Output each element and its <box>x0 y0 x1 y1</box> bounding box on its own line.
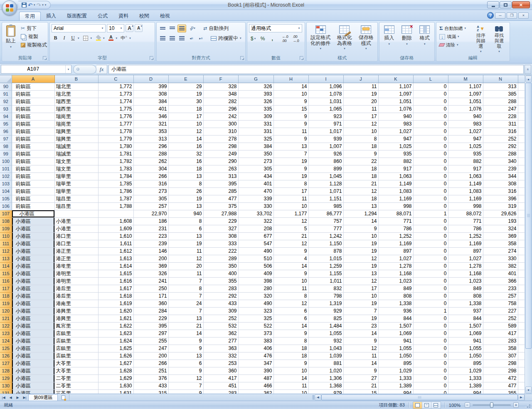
cell-G127[interactable]: 347 <box>238 360 273 367</box>
cell-F102[interactable]: 313 <box>203 172 238 180</box>
scroll-right-icon[interactable]: ▶ <box>518 394 525 400</box>
cell-I109[interactable]: 777 <box>308 225 343 232</box>
cell-K117[interactable]: 849 <box>378 285 413 292</box>
cell-E113[interactable]: 12 <box>168 255 203 262</box>
cell-G102[interactable]: 434 <box>238 172 273 180</box>
cell-B109[interactable]: 小港里 <box>54 225 98 232</box>
cell-L125[interactable]: 0 <box>413 345 448 352</box>
column-header-B[interactable]: B <box>54 75 98 83</box>
cell-H129[interactable]: 14 <box>273 375 308 382</box>
cell-N107[interactable]: 29,626 <box>483 210 518 217</box>
wrap-text-button[interactable]: ⇄自動換列 <box>202 24 230 32</box>
cell-I99[interactable]: 926 <box>308 150 343 158</box>
cell-G99[interactable]: 350 <box>238 150 273 158</box>
cell-J116[interactable]: 12 <box>343 277 378 285</box>
column-header-N[interactable]: N <box>483 75 518 83</box>
cell-B131[interactable]: 三苓里 <box>54 389 98 394</box>
cell-B130[interactable]: 二苓里 <box>54 382 98 389</box>
cell-F123[interactable]: 362 <box>203 330 238 337</box>
cell-N106[interactable]: 319 <box>483 202 518 210</box>
row-header-90[interactable]: 90 <box>0 83 12 90</box>
increase-decimal-button[interactable]: ←.0.00 <box>280 34 290 42</box>
cell-D116[interactable]: 241 <box>133 277 168 285</box>
format-as-table-button[interactable]: 格式化為表格▾ <box>334 24 355 52</box>
cell-N129[interactable]: 472 <box>483 375 518 382</box>
cell-F130[interactable]: 451 <box>203 382 238 389</box>
cell-F113[interactable]: 289 <box>203 255 238 262</box>
cell-G128[interactable]: 390 <box>238 367 273 375</box>
accounting-format-button[interactable]: $▾ <box>249 34 257 42</box>
cell-G95[interactable]: 331 <box>238 120 273 128</box>
zoom-slider-thumb[interactable] <box>490 402 493 408</box>
cell-E112[interactable]: 11 <box>168 247 203 255</box>
row-header-108[interactable]: 108 <box>0 217 12 225</box>
cell-A131[interactable]: 小港區 <box>12 389 54 394</box>
cell-A108[interactable]: 小港區 <box>12 217 54 225</box>
cell-C100[interactable]: 1,782 <box>98 158 133 165</box>
cell-D127[interactable]: 266 <box>133 360 168 367</box>
cell-L100[interactable]: 0 <box>413 158 448 165</box>
cell-L102[interactable]: 0 <box>413 172 448 180</box>
row-header-104[interactable]: 104 <box>0 187 12 195</box>
cell-F96[interactable]: 310 <box>203 128 238 135</box>
cell-K128[interactable]: 1,029 <box>378 367 413 375</box>
clipboard-dialog-launcher-icon[interactable] <box>43 56 47 60</box>
help-button[interactable]: ? <box>487 12 494 19</box>
cell-M94[interactable]: 940 <box>448 113 483 120</box>
fill-button[interactable]: ↓填滿▾ <box>438 32 471 41</box>
cell-E118[interactable]: 7 <box>168 292 203 300</box>
cell-E106[interactable]: 13 <box>168 202 203 210</box>
cell-E129[interactable]: 12 <box>168 375 203 382</box>
cell-E104[interactable]: 26 <box>168 187 203 195</box>
cell-N94[interactable]: 228 <box>483 113 518 120</box>
column-header-A[interactable]: A <box>12 75 54 83</box>
cell-H96[interactable]: 11 <box>273 128 308 135</box>
cell-B121[interactable]: 港興里 <box>54 315 98 322</box>
cell-N99[interactable]: 288 <box>483 150 518 158</box>
cell-I113[interactable]: 1,015 <box>308 255 343 262</box>
cell-I115[interactable]: 1,155 <box>308 270 343 277</box>
cut-button[interactable]: ✂剪下 <box>20 24 48 32</box>
cell-B117[interactable]: 港后里 <box>54 285 98 292</box>
cell-A112[interactable]: 小港區 <box>12 247 54 255</box>
cell-E120[interactable]: 7 <box>168 307 203 315</box>
cell-L124[interactable]: 0 <box>413 337 448 345</box>
row-header-124[interactable]: 124 <box>0 337 12 345</box>
cell-L130[interactable]: 0 <box>413 382 448 389</box>
cell-E124[interactable]: 9 <box>168 337 203 345</box>
cell-I124[interactable]: 932 <box>308 337 343 345</box>
cell-L99[interactable]: 0 <box>413 150 448 158</box>
cell-styles-button[interactable]: 儲存格樣式▾ <box>357 24 376 52</box>
cell-F95[interactable]: 300 <box>203 120 238 128</box>
format-cells-button[interactable]: 格式▾ <box>417 24 432 47</box>
cell-A120[interactable]: 小港區 <box>12 307 54 315</box>
align-center-button[interactable] <box>168 34 177 42</box>
cell-C129[interactable]: 1,629 <box>98 375 133 382</box>
cell-A130[interactable]: 小港區 <box>12 382 54 389</box>
cell-J92[interactable]: 20 <box>343 98 378 105</box>
cell-A124[interactable]: 小港區 <box>12 337 54 345</box>
select-all-button[interactable] <box>0 75 12 83</box>
cell-N124[interactable]: 283 <box>483 337 518 345</box>
cell-I108[interactable]: 757 <box>308 217 343 225</box>
font-family-select[interactable]: Arial▾ <box>52 24 106 32</box>
cell-L126[interactable]: 0 <box>413 352 448 360</box>
cell-D92[interactable]: 384 <box>133 98 168 105</box>
vertical-scrollbar[interactable]: ▲ ▼ <box>525 75 532 394</box>
cell-G111[interactable]: 547 <box>238 240 273 247</box>
conditional-formatting-button[interactable]: 設定格式化的條件▾ <box>308 24 332 52</box>
cell-H90[interactable]: 14 <box>273 83 308 90</box>
cell-A119[interactable]: 小港區 <box>12 300 54 307</box>
cell-E92[interactable]: 30 <box>168 98 203 105</box>
cell-D95[interactable]: 321 <box>133 120 168 128</box>
cell-A104[interactable]: 前鎮區 <box>12 187 54 195</box>
cell-K116[interactable]: 1,023 <box>378 277 413 285</box>
cell-I116[interactable]: 1,011 <box>308 277 343 285</box>
cell-K118[interactable]: 808 <box>378 292 413 300</box>
row-header-97[interactable]: 97 <box>0 135 12 143</box>
borders-dropdown-icon[interactable]: ▾ <box>91 37 92 40</box>
column-header-L[interactable]: L <box>413 75 448 83</box>
cell-E127[interactable]: 6 <box>168 360 203 367</box>
cell-G107[interactable]: 33,702 <box>238 210 273 217</box>
cell-B112[interactable]: 港正里 <box>54 247 98 255</box>
